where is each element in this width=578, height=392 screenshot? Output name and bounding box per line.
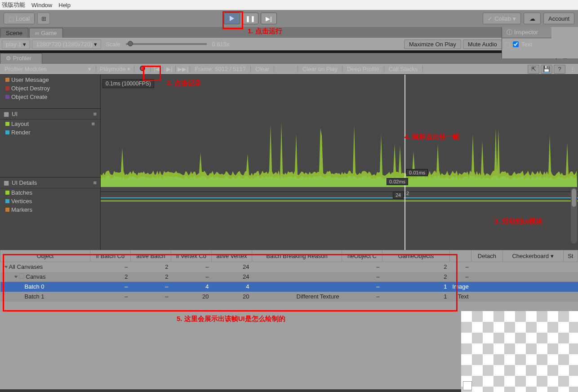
tab-game[interactable]: ∞Game <box>29 28 63 38</box>
cube-icon: ⬚ <box>505 41 510 48</box>
collab-button[interactable]: ✓Collab▾ <box>483 13 521 24</box>
col-header[interactable]: lf Batch Co <box>90 250 131 262</box>
step-button[interactable]: ▶| <box>261 13 277 24</box>
last-frame-button[interactable]: ▶▶| <box>176 66 190 72</box>
main-toolbar: ⬚ Local ⊞ ❚❚ ▶| ✓Collab▾ ☁ Account <box>0 10 578 27</box>
drag-icon[interactable]: ≡ <box>93 179 97 186</box>
tab-inspector[interactable]: ⓘ Inspector <box>502 27 551 38</box>
profiler-graph[interactable]: 0.1ms (10000FPS) 0.02ms 0.01ms 24 2 <box>101 75 578 250</box>
record-button[interactable] <box>134 66 151 72</box>
scrollbar[interactable] <box>571 188 577 244</box>
col-header[interactable]: ative Vertex <box>212 250 252 262</box>
game-control-bar: play 1 ▾ 1280*720 (1280x720) ▾ Scale 0.6… <box>0 38 578 50</box>
record-icon <box>140 66 145 71</box>
scale-slider[interactable] <box>126 43 207 45</box>
col-header[interactable]: lf Vertex Co <box>171 250 212 262</box>
gameobject-name: Text <box>521 41 575 48</box>
table-row[interactable]: Canvas22–24–2– <box>0 272 578 282</box>
col-header[interactable]: Detach <box>471 250 502 262</box>
legend-layout[interactable]: Layout≡ <box>0 120 100 128</box>
legend-user-message[interactable]: User Message <box>0 76 100 84</box>
cloud-button[interactable]: ☁ <box>524 13 541 24</box>
profiler-sidebar: User Message Object Destroy Object Creat… <box>0 75 101 250</box>
frame-label-bottom: 24 <box>393 192 404 199</box>
next-frame-button[interactable]: ▶| <box>163 66 176 72</box>
legend-render[interactable]: Render <box>0 128 100 137</box>
info-icon: ⓘ <box>507 29 512 36</box>
drag-icon[interactable]: ≡ <box>91 120 95 127</box>
profiler-toolbar: Profiler Modules▾ Playmode ▾ |◀ ▶| ▶▶| F… <box>0 64 578 75</box>
tab-scene[interactable]: Scene <box>0 28 28 38</box>
fps-label: 0.1ms (10000FPS) <box>102 79 154 88</box>
resolution-dropdown[interactable]: 1280*720 (1280x720) ▾ <box>32 40 101 49</box>
maximize-button[interactable]: Maximize On Play <box>404 40 461 49</box>
inspector-panel: ⓘ Inspector ⬚ Text <box>502 27 578 58</box>
grid-icon[interactable]: ⊞ <box>37 13 50 24</box>
col-header[interactable]: Batch Breaking Reason <box>252 250 342 262</box>
menu-icon[interactable]: ⋮ <box>569 66 575 72</box>
frame-label-2: 2 <box>406 191 409 196</box>
modules-dropdown[interactable]: Profiler Modules▾ <box>0 66 96 72</box>
tab-strip: Scene ∞Game ⋮ <box>0 27 578 38</box>
menu-bar: 强版功能 Window Help <box>0 0 578 10</box>
legend-vertices[interactable]: Vertices <box>0 197 100 205</box>
tab-profiler[interactable]: ⚙ Profiler <box>0 53 42 64</box>
vertices-line <box>101 197 578 198</box>
cube-icon: ⬚ <box>9 15 14 22</box>
table-row[interactable]: All Canvases–2–24–2– <box>0 262 578 272</box>
legend-object-create[interactable]: Object Create <box>0 93 100 101</box>
playmode-dropdown[interactable]: Playmode ▾ <box>96 66 134 72</box>
menu-item[interactable]: Window <box>31 2 52 9</box>
first-frame-button[interactable]: |◀ <box>151 66 163 72</box>
col-header[interactable]: GameObjects <box>382 250 450 262</box>
ms-label-1: 0.02ms <box>387 178 408 185</box>
preview-item[interactable] <box>463 381 472 390</box>
table-row[interactable]: Batch 0––44–1Image <box>0 282 578 292</box>
legend-object-destroy[interactable]: Object Destroy <box>0 84 100 93</box>
play-button[interactable] <box>224 13 240 24</box>
clear-button[interactable]: Clear <box>251 66 274 72</box>
batches-line <box>101 200 578 201</box>
section-ui[interactable]: ▦UI≡ <box>0 109 100 120</box>
legend-markers[interactable]: Markers <box>0 205 100 214</box>
save-icon[interactable]: 💾 <box>541 65 552 74</box>
mute-button[interactable]: Mute Audio <box>463 40 502 49</box>
play-icon <box>230 16 234 21</box>
col-header[interactable]: St <box>563 250 578 262</box>
col-header[interactable]: ative Batch <box>131 250 171 262</box>
frame-cursor-2 <box>405 192 405 250</box>
frame-cursor[interactable] <box>405 75 405 192</box>
profiler-icon: ⚙ <box>6 55 11 62</box>
clear-on-play-button[interactable]: Clear on Play <box>298 66 342 72</box>
display-dropdown[interactable]: play 1 ▾ <box>2 40 30 49</box>
load-icon[interactable]: ⇱ <box>528 65 539 74</box>
deep-profile-button[interactable]: Deep Profile <box>342 66 384 72</box>
enabled-checkbox[interactable] <box>513 41 519 47</box>
call-stacks-button[interactable]: Call Stacks <box>384 66 423 72</box>
col-header[interactable] <box>450 250 471 262</box>
col-header[interactable]: Object <box>0 250 90 262</box>
ui-icon: ▦ <box>4 111 9 117</box>
profiler-panel: ⚙ Profiler ⋮ ◻ ✕ Profiler Modules▾ Playm… <box>0 53 578 250</box>
col-header[interactable]: Checkerboard ▾ <box>502 250 563 262</box>
section-ui-details[interactable]: ▦UI Details≡ <box>0 178 100 188</box>
menu-item[interactable]: 强版功能 <box>2 1 25 9</box>
help-icon[interactable]: ? <box>554 65 565 74</box>
table-row[interactable]: Batch 1––2020Different Texture–1Text <box>0 292 578 302</box>
ui-chart <box>101 115 577 187</box>
legend-batches[interactable]: Batches <box>0 188 100 197</box>
menu-item[interactable]: Help <box>58 2 71 9</box>
local-button[interactable]: ⬚ Local <box>4 13 35 24</box>
account-button[interactable]: Account <box>543 13 574 24</box>
ui-details-icon: ▦ <box>4 179 9 186</box>
pause-button[interactable]: ❚❚ <box>242 13 258 24</box>
preview-checkerboard <box>461 311 578 392</box>
ms-label-2: 0.01ms <box>406 169 428 176</box>
frame-label: Frame: 5012 / 5117 <box>190 66 250 72</box>
drag-icon[interactable]: ≡ <box>93 111 97 117</box>
col-header[interactable]: neObject C <box>342 250 382 262</box>
